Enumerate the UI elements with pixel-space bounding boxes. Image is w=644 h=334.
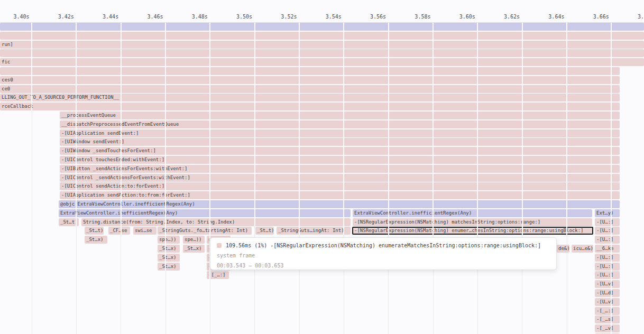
flame-bar[interactable]: rceCallback	[0, 103, 620, 110]
flame-bar[interactable]: _St…x)	[158, 245, 180, 253]
ruler-tick-label: 3.52s	[267, 14, 297, 20]
tooltip-duration-text: 109.56ms (1%) -[NSRegularExpression(NSMa…	[226, 240, 541, 251]
flame-bar[interactable]: -[U…:]	[595, 254, 620, 262]
gridline-overlay	[388, 23, 389, 235]
flame-bar[interactable]: ces0	[0, 76, 620, 84]
color-swatch	[217, 243, 222, 248]
flame-bar[interactable]: _StringGuts…ingAt: Int)	[277, 227, 351, 235]
flame-bar[interactable]: -[U…v]	[595, 280, 620, 288]
ruler-tick-label: 3.54s	[312, 14, 342, 20]
flame-bar[interactable]: -[_…v]	[595, 324, 620, 332]
ruler-tick-label: 3.62s	[490, 14, 520, 20]
gridline-overlay	[433, 23, 434, 235]
tooltip-time-range: 00:03.543 — 00:03.653	[215, 261, 551, 271]
gridline-overlay	[611, 23, 612, 334]
tooltip-frame-type: system frame	[215, 251, 551, 261]
ruler-tick-label: 3.68s	[624, 14, 644, 20]
flame-bar[interactable]: -[UIControl touchesEnded:withEvent:]	[60, 156, 620, 164]
flame-bar[interactable]: -[UIWindow sendEvent:]	[60, 138, 620, 146]
ruler-tick-label: 3.58s	[401, 14, 430, 20]
flame-bar[interactable]: -[U…:]	[595, 236, 620, 244]
ruler-tick-label: 3.66s	[579, 14, 609, 20]
flame-bar[interactable]: -[U…:]	[595, 271, 620, 279]
time-ruler[interactable]: 3.40s3.42s3.44s3.46s3.48s3.50s3.52s3.54s…	[0, 0, 644, 23]
gridline-overlay	[343, 23, 344, 235]
flame-bar[interactable]: _CF…se	[108, 227, 130, 235]
flame-bar[interactable]: -[U…:]	[595, 227, 620, 235]
flame-bar[interactable]	[0, 67, 620, 75]
flame-bar[interactable]	[0, 49, 644, 57]
flame-bar[interactable]: -[UIApplication sendEvent:]	[60, 129, 620, 137]
flame-bar[interactable]: Ext…y)	[595, 209, 620, 217]
gridline-overlay	[477, 23, 478, 235]
flame-bar[interactable]	[0, 23, 644, 31]
flame-bar[interactable]: @objc ExtraViewController.inefficientReg…	[59, 200, 620, 208]
ruler-tick-label: 3.48s	[178, 14, 208, 20]
ruler-tick-label: 3.60s	[446, 14, 475, 20]
flame-bar[interactable]: -[UIControl sendAction:to:forEvent:]	[60, 182, 620, 190]
gridline-overlay	[254, 23, 255, 226]
flame-bar[interactable]: run]	[0, 41, 644, 49]
flame-bar[interactable]: String.distance(from: String.Index, to: …	[81, 218, 351, 226]
gridline-overlay	[165, 23, 166, 271]
tooltip-duration-line: 109.56ms (1%) -[NSRegularExpression(NSMa…	[215, 240, 551, 251]
flame-bar[interactable]: -[_…s]	[595, 316, 620, 323]
flame-bar[interactable]: spe…))	[183, 236, 205, 244]
flame-bar[interactable]: fic	[0, 58, 644, 66]
flame-bar[interactable]: -[UIControl _sendActionsForEvents:withEv…	[60, 174, 620, 182]
flame-bar[interactable]: ce0	[0, 85, 620, 93]
ruler-tick-label: 3.44s	[89, 14, 118, 20]
flame-bar[interactable]: -[UIButton _sendActionsForEvents:withEve…	[60, 165, 620, 173]
flame-bar[interactable]: LLING_OUT_TO_A_SOURCE0_PERFORM_FUNCTION_…	[0, 94, 620, 101]
flame-bar[interactable]: -[U…d]	[595, 289, 620, 297]
ruler-tick-label: 3.56s	[356, 14, 386, 20]
flame-bar[interactable]: _St…t)	[85, 227, 104, 235]
flame-bar[interactable]: de&)	[557, 245, 569, 253]
gridline-overlay	[31, 23, 32, 110]
flame-bar[interactable]: _St…x)	[183, 245, 205, 253]
flame-bar[interactable]: ExtraViewController.inefficientRegex(Any…	[59, 209, 351, 217]
tooltip: 109.56ms (1%) -[NSRegularExpression(NSMa…	[210, 237, 557, 270]
flame-bar[interactable]: -[U…:]	[595, 263, 620, 271]
ruler-tick-label: 3.40s	[0, 14, 30, 20]
ruler-tick-label: 3.46s	[133, 14, 163, 20]
gridline-overlay	[121, 23, 122, 235]
flame-bar[interactable]	[0, 32, 644, 40]
flame-bar[interactable]: -[_…:]	[595, 307, 620, 315]
gridline-overlay	[299, 23, 300, 235]
flame-bar[interactable]: -[U…:]	[595, 218, 620, 226]
ruler-tick-label: 3.64s	[535, 14, 564, 20]
gridline-overlay	[76, 23, 77, 226]
flame-bar[interactable]: spe…))	[158, 236, 180, 244]
ruler-tick-label: 3.50s	[223, 14, 252, 20]
gridline-overlay	[566, 23, 567, 235]
flame-bar[interactable]: __processEventQueue	[60, 112, 620, 119]
flame-bar[interactable]: -[UIApplication sendAction:to:from:forEv…	[60, 191, 620, 199]
flame-bar[interactable]: _St…x)	[158, 254, 180, 262]
flame-bar[interactable]: _St…x)	[85, 236, 107, 244]
flame-bar[interactable]: _St…x)	[158, 263, 180, 271]
flame-bar[interactable]: __6…ke	[595, 245, 620, 253]
flame-bar[interactable]: swi…se	[133, 227, 157, 235]
ruler-tick-label: 3.42s	[44, 14, 74, 20]
flame-bar[interactable]: icu…e&)	[572, 245, 593, 253]
flame-bar[interactable]: -[U…v]	[595, 298, 620, 306]
flame-bar[interactable]: __dispatchPreprocessedEventFromEventQueu…	[60, 120, 620, 128]
flame-bar[interactable]: _StringGuts._fo…tartingAt: Int)	[158, 227, 252, 235]
flame-bar[interactable]: _St…t)	[255, 227, 274, 235]
gridline-overlay	[522, 23, 523, 235]
flame-bar[interactable]: -[UIWindow _sendTouchesForEvent:]	[60, 147, 620, 155]
